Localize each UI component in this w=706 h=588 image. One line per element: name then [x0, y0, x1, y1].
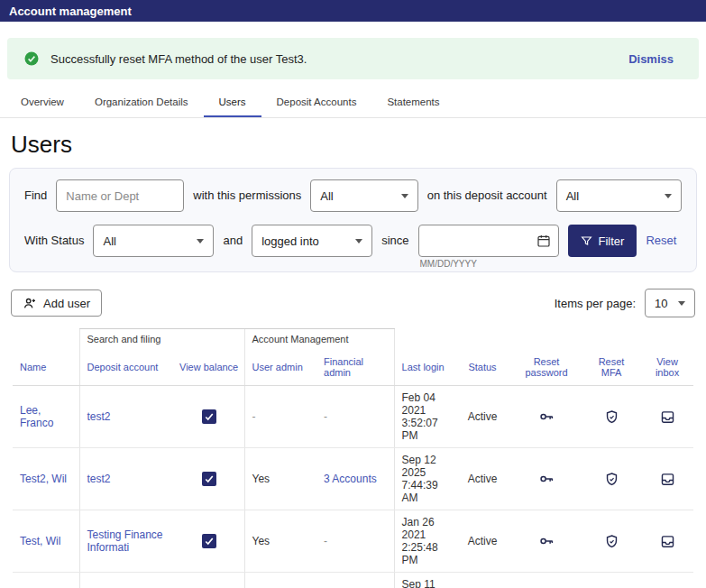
col-header-status: Status: [454, 349, 509, 386]
permissions-select-value: All: [320, 189, 333, 203]
last-login-cell: Feb 04 2021 3:52:07 PM: [394, 386, 454, 448]
col-header-reset-mfa: Reset MFA: [582, 349, 639, 386]
reset-mfa-cell: [582, 573, 639, 588]
reset-password-cell: [509, 386, 582, 448]
reset-mfa-button[interactable]: [604, 534, 619, 549]
financial-admin-accounts-link[interactable]: 3 Accounts: [316, 448, 394, 510]
items-per-page-select[interactable]: 10: [645, 289, 695, 317]
success-alert: Successfully reset MFA method of the use…: [7, 38, 699, 79]
deposit-account-link[interactable]: Testing Finance Informati: [79, 510, 172, 573]
tab-organization-details[interactable]: Organization Details: [79, 88, 204, 117]
add-user-label: Add user: [43, 297, 90, 310]
reset-mfa-cell: [582, 386, 639, 448]
user-name-link[interactable]: Test2, Wil: [13, 448, 79, 510]
col-header-last-login: Last login: [394, 349, 454, 386]
alert-message: Successfully reset MFA method of the use…: [50, 52, 618, 66]
status-select-value: All: [103, 234, 115, 248]
view-balance-cell: [172, 386, 244, 448]
view-balance-cell: [172, 573, 244, 588]
col-header-financial-admin: Financial admin: [316, 349, 394, 386]
logged-into-select[interactable]: logged into: [252, 225, 372, 257]
reset-password-button[interactable]: [538, 409, 555, 425]
col-header-reset-password: Reset password: [509, 349, 582, 386]
group-account-management: Account Management: [244, 329, 394, 350]
view-inbox-cell: [639, 448, 693, 510]
view-inbox-button[interactable]: [660, 472, 675, 487]
group-spacer: [394, 329, 693, 350]
since-date-field: MM/DD/YYYY: [418, 225, 559, 269]
user-admin-cell: -: [244, 386, 316, 448]
table-row: Lee, Franco test2 - - Feb 04 2021 3:52:0…: [13, 386, 693, 448]
filter-panel: Find with this permissions All on this d…: [9, 168, 697, 272]
permissions-select[interactable]: All: [310, 179, 417, 212]
tab-users[interactable]: Users: [204, 88, 261, 117]
check-circle-icon: [23, 51, 40, 67]
deposit-account-link[interactable]: test2: [79, 448, 172, 510]
view-balance-checkbox[interactable]: [202, 472, 216, 486]
caret-down-icon: [197, 239, 204, 243]
user-name-link[interactable]: Test, Wil: [13, 510, 79, 573]
col-header-view-balance: View balance: [172, 349, 244, 386]
last-login-cell: Sep 11 2025 6:36:19 PM: [394, 573, 454, 588]
view-inbox-button[interactable]: [660, 409, 675, 425]
user-admin-cell: Yes: [244, 448, 316, 510]
view-balance-checkbox[interactable]: [202, 534, 216, 548]
users-table: Search and filing Account Management Nam…: [13, 328, 693, 588]
view-inbox-cell: [639, 386, 693, 448]
funnel-icon: [581, 235, 592, 247]
find-input[interactable]: [56, 179, 184, 212]
last-login-cell: Sep 12 2025 7:44:39 AM: [394, 448, 454, 510]
filter-button[interactable]: Filter: [568, 225, 637, 257]
reset-password-button[interactable]: [538, 533, 555, 549]
financial-admin-cell: -: [316, 573, 394, 588]
reset-mfa-button[interactable]: [604, 472, 619, 487]
dismiss-button[interactable]: Dismiss: [628, 52, 674, 66]
reset-mfa-cell: [582, 448, 639, 510]
calendar-icon[interactable]: [536, 234, 551, 248]
view-inbox-cell: [639, 573, 693, 588]
deposit-account-select[interactable]: All: [556, 179, 682, 212]
last-login-cell: Jan 26 2021 2:25:48 PM: [394, 510, 454, 573]
status-label: With Status: [24, 225, 84, 257]
reset-password-button[interactable]: [538, 471, 555, 487]
tab-bar: Overview Organization Details Users Depo…: [0, 88, 706, 118]
user-admin-cell: Yes: [244, 510, 316, 573]
reset-button[interactable]: Reset: [646, 225, 676, 257]
app-title: Account management: [9, 5, 132, 18]
user-name-link[interactable]: Lee, Franco: [13, 386, 79, 448]
reset-mfa-button[interactable]: [604, 409, 619, 425]
page-title: Users: [11, 131, 706, 159]
table-row: Test2, Wil test2 Yes 3 Accounts Sep 12 2…: [13, 448, 693, 510]
view-balance-checkbox[interactable]: [202, 409, 216, 424]
caret-down-icon: [401, 194, 408, 198]
tab-statements[interactable]: Statements: [371, 88, 454, 117]
deposit-account-label: on this deposit account: [427, 179, 547, 212]
table-row: 3, Test Testing Finance Informati - - Se…: [13, 573, 693, 588]
reset-mfa-cell: [582, 510, 639, 573]
status-cell: Active: [454, 510, 509, 573]
tab-deposit-accounts[interactable]: Deposit Accounts: [261, 88, 372, 117]
filter-button-label: Filter: [599, 234, 625, 248]
logged-into-select-value: logged into: [261, 234, 319, 248]
deposit-account-link[interactable]: Testing Finance Informati: [79, 573, 172, 588]
and-label: and: [223, 225, 243, 257]
view-inbox-button[interactable]: [660, 534, 675, 549]
table-row: Test, Wil Testing Finance Informati Yes …: [13, 510, 693, 573]
status-select[interactable]: All: [93, 225, 214, 257]
col-header-name: Name: [13, 349, 79, 386]
col-header-view-inbox: View inbox: [639, 349, 693, 386]
reset-password-cell: [509, 448, 582, 510]
col-header-user-admin: User admin: [244, 349, 316, 386]
user-name-link[interactable]: 3, Test: [13, 573, 79, 588]
since-date-input[interactable]: [418, 225, 559, 257]
items-per-page-value: 10: [655, 297, 667, 310]
deposit-account-link[interactable]: test2: [79, 386, 172, 448]
status-cell: Active: [454, 386, 509, 448]
status-cell: Active: [454, 448, 509, 510]
add-user-button[interactable]: Add user: [11, 289, 102, 317]
tab-overview[interactable]: Overview: [5, 88, 79, 117]
caret-down-icon: [678, 301, 685, 306]
col-header-deposit-account: Deposit account: [79, 349, 172, 386]
since-label: since: [381, 225, 408, 257]
column-header-row: Name Deposit account View balance User a…: [13, 349, 693, 386]
